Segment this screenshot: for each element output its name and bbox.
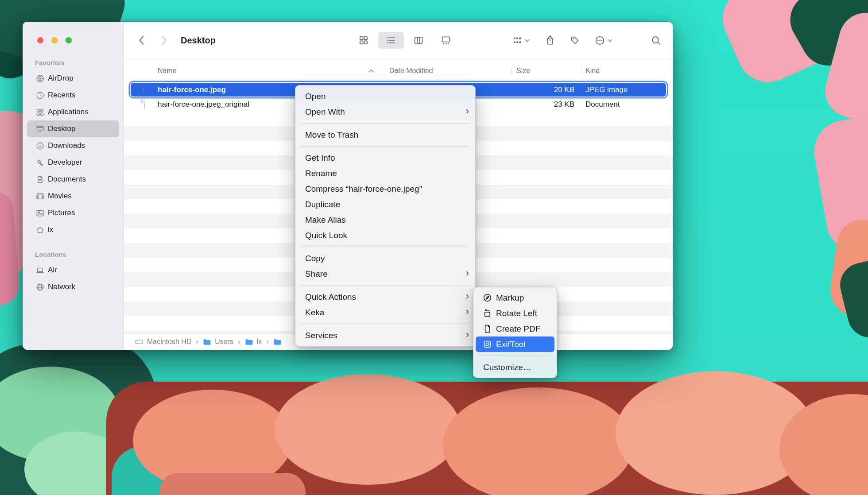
menu-item-quick-look[interactable]: Quick Look: [295, 228, 475, 243]
menu-item-label: Quick Actions: [305, 292, 356, 302]
gallery-view-button[interactable]: [433, 32, 459, 49]
submenu-item-rotate-left[interactable]: Rotate Left: [473, 306, 557, 321]
sidebar-item-label: Applications: [48, 108, 89, 116]
menu-item-label: Open With: [305, 107, 345, 117]
menu-item-open-with[interactable]: Open With›: [295, 104, 475, 120]
grid-view-button[interactable]: [351, 32, 376, 49]
column-view-button[interactable]: [406, 32, 431, 49]
chevron-right-icon: ›: [466, 330, 469, 340]
clock-icon: [35, 91, 45, 100]
sidebar-item-label: Developer: [48, 158, 82, 167]
group-by-button[interactable]: [512, 35, 530, 45]
chevron-down-icon: [607, 38, 613, 43]
sidebar-item-label: Movies: [48, 192, 72, 201]
submenu-item-label: Create PDF: [496, 324, 540, 334]
sidebar-item-applications[interactable]: Applications: [27, 104, 119, 120]
menu-item-quick-actions[interactable]: Quick Actions›: [295, 289, 475, 305]
submenu-item-exiftool[interactable]: ExifTool: [476, 336, 554, 352]
search-button[interactable]: [651, 35, 661, 46]
sidebar-section-locations: Locations: [35, 251, 124, 258]
more-options-icon: [595, 35, 605, 46]
file-size: 20 KB: [512, 85, 574, 94]
chevron-right-icon: ›: [466, 307, 469, 317]
group-by-icon: [512, 35, 522, 45]
menu-item-services[interactable]: Services›: [295, 328, 475, 343]
menu-item-label: Copy: [305, 254, 325, 263]
menu-item-keka[interactable]: Keka›: [295, 305, 475, 320]
back-button[interactable]: [138, 35, 145, 46]
context-menu: Open Open With› Move to Trash Get Info R…: [295, 85, 476, 347]
column-header-size[interactable]: Size: [516, 59, 530, 82]
submenu-item-create-pdf[interactable]: Create PDF: [473, 321, 557, 336]
film-icon: [35, 192, 45, 201]
menu-item-open[interactable]: Open: [295, 89, 475, 104]
zoom-button[interactable]: [66, 37, 72, 43]
tag-button[interactable]: [570, 35, 580, 45]
sidebar-item-recents[interactable]: Recents: [27, 87, 119, 104]
chevron-right-icon: ›: [196, 337, 198, 346]
path-item-lx[interactable]: lx: [245, 338, 262, 346]
menu-item-compress[interactable]: Compress “hair-force-one.jpeg”: [295, 181, 475, 197]
close-button[interactable]: [37, 37, 43, 43]
sidebar: Favorites AirDrop Recents Applications D…: [23, 22, 124, 350]
sidebar-item-pictures[interactable]: Pictures: [27, 205, 119, 221]
menu-item-rename[interactable]: Rename: [295, 166, 475, 181]
column-header-kind[interactable]: Kind: [585, 59, 600, 82]
sidebar-item-airdrop[interactable]: AirDrop: [27, 70, 119, 87]
more-options-button[interactable]: [595, 35, 613, 46]
sidebar-item-home[interactable]: lx: [27, 221, 119, 238]
menu-item-move-to-trash[interactable]: Move to Trash: [295, 127, 475, 143]
menu-item-label: Compress “hair-force-one.jpeg”: [305, 184, 422, 194]
rotate-left-icon: [483, 309, 492, 318]
column-header-date-modified[interactable]: Date Modified: [389, 59, 433, 82]
sidebar-item-movies[interactable]: Movies: [27, 188, 119, 205]
wallpaper-shape: [443, 387, 633, 495]
downloads-icon: [35, 142, 45, 150]
menu-item-label: Keka: [305, 308, 324, 317]
sidebar-item-desktop[interactable]: Desktop: [27, 120, 119, 137]
document-icon: [35, 175, 45, 184]
submenu-item-markup[interactable]: Markup: [473, 290, 557, 306]
menu-item-label: Open: [305, 92, 326, 101]
menu-item-label: Quick Look: [305, 231, 347, 240]
menu-item-label: Move to Trash: [305, 130, 358, 140]
column-divider[interactable]: [581, 67, 581, 75]
path-item-label: lx: [257, 338, 262, 346]
sidebar-item-developer[interactable]: Developer: [27, 154, 119, 171]
sort-ascending-icon: [368, 69, 374, 73]
menu-item-get-info[interactable]: Get Info: [295, 150, 475, 166]
list-view-icon: [386, 35, 396, 45]
path-item-desktop[interactable]: [273, 338, 285, 346]
path-item-macintosh-hd[interactable]: Macintosh HD: [135, 338, 191, 346]
sidebar-item-label: AirDrop: [48, 74, 74, 83]
file-kind: JPEG image: [585, 85, 628, 94]
submenu-item-customize[interactable]: Customize…: [473, 360, 557, 375]
sidebar-item-air[interactable]: Air: [27, 262, 119, 278]
path-item-label: Users: [215, 338, 233, 346]
path-item-users[interactable]: Users: [203, 338, 233, 346]
menu-item-duplicate[interactable]: Duplicate: [295, 197, 475, 212]
column-divider[interactable]: [512, 67, 512, 75]
forward-button[interactable]: [161, 35, 167, 46]
menu-item-make-alias[interactable]: Make Alias: [295, 212, 475, 228]
window-controls: [37, 37, 72, 43]
menu-separator: [479, 356, 551, 356]
column-divider[interactable]: [385, 67, 385, 75]
chevron-down-icon: [524, 38, 530, 43]
menu-item-share[interactable]: Share›: [295, 266, 475, 282]
column-view-icon: [414, 35, 423, 45]
column-header-name[interactable]: Name: [158, 59, 177, 82]
menu-item-copy[interactable]: Copy: [295, 251, 475, 266]
wallpaper-shape: [275, 374, 461, 485]
sidebar-item-label: Air: [48, 266, 57, 275]
chevron-right-icon: ›: [466, 268, 469, 278]
share-button[interactable]: [545, 35, 555, 46]
minimize-button[interactable]: [51, 37, 58, 43]
sidebar-item-network[interactable]: Network: [27, 278, 119, 295]
list-view-button[interactable]: [378, 32, 404, 49]
sidebar-item-documents[interactable]: Documents: [27, 171, 119, 188]
sidebar-item-label: lx: [48, 225, 53, 234]
desktop-icon: [35, 125, 45, 133]
home-icon: [35, 226, 45, 234]
sidebar-item-downloads[interactable]: Downloads: [27, 137, 119, 154]
